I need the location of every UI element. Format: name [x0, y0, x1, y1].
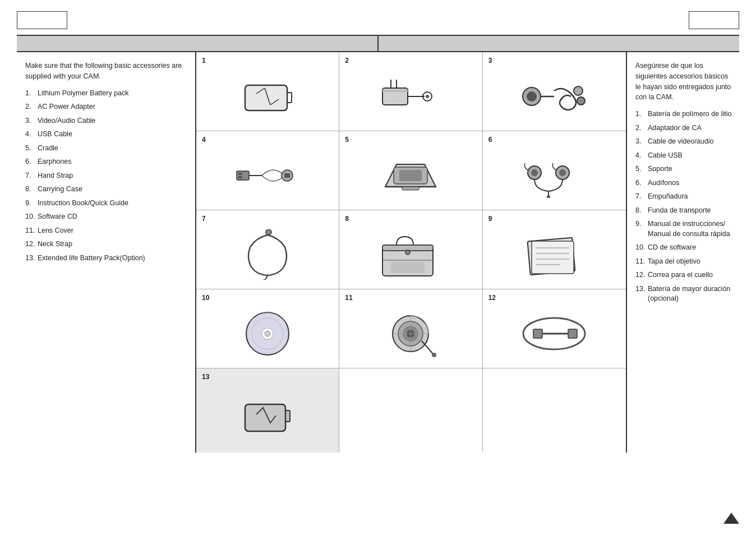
item-number: 8.: [25, 185, 38, 195]
item-number-es: 11.: [635, 257, 648, 267]
item-number-es: 7.: [635, 192, 648, 202]
list-item-es: 8.Funda de transporte: [635, 206, 734, 216]
grid-row-2: 4: [196, 131, 626, 210]
item-text: Extended life Battery Pack(Option): [38, 253, 145, 264]
svg-point-34: [266, 229, 271, 235]
item-number: 7.: [25, 171, 38, 181]
accessories-grid: 1: [196, 52, 626, 453]
list-item: 12.Neck Strap: [25, 239, 190, 250]
list-item-es: 13.Batería de mayor duración (opcional): [635, 284, 734, 304]
earphones-icon: [520, 153, 588, 198]
grid-cell-7: 7: [196, 210, 339, 289]
lens-cover-icon: [380, 310, 441, 358]
cell-num-1: 1: [202, 57, 206, 64]
list-item: 11.Lens Cover: [25, 226, 190, 236]
item-text: Lithium Polymer Battery pack: [38, 89, 129, 99]
svg-rect-25: [399, 170, 422, 181]
list-item: 2.AC Power Adapter: [25, 102, 190, 112]
cell-image-9: [488, 225, 620, 284]
grid-cell-12: 12: [483, 289, 626, 368]
grid-cell-empty-1: [339, 368, 482, 453]
list-item-es: 6.Audífonos: [635, 178, 734, 188]
svg-rect-20: [238, 176, 242, 178]
grid-cell-3: 3: [483, 52, 626, 131]
item-number-es: 10.: [635, 243, 648, 253]
cd-icon: [239, 308, 296, 359]
cell-num-12: 12: [488, 294, 496, 302]
ext-battery-icon: [239, 392, 296, 440]
svg-point-60: [432, 353, 436, 357]
list-item-es: 5.Soporte: [635, 164, 734, 174]
grid-cell-5: 5: [339, 131, 482, 210]
list-item-es: 12.Correa para el cuello: [635, 270, 734, 280]
list-item-es: 4.Cable USB: [635, 151, 734, 161]
list-item: 4.USB Cable: [25, 130, 190, 140]
cell-image-8: [345, 225, 476, 284]
center-panel: 1: [196, 52, 627, 453]
item-text-es: Adaptador de CA: [648, 123, 702, 133]
intro-text-en: Make sure that the following basic acces…: [25, 61, 190, 82]
item-number-es: 3.: [635, 137, 648, 147]
item-number: 9.: [25, 199, 38, 209]
grid-row-1: 1: [196, 52, 626, 131]
item-number-es: 9.: [635, 219, 648, 239]
cell-num-6: 6: [488, 136, 492, 144]
cell-num-2: 2: [345, 57, 349, 64]
cell-image-4: [202, 146, 333, 205]
grid-row-4: 10 11: [196, 289, 626, 368]
list-item-es: 10.CD de software: [635, 243, 734, 253]
list-item: 1.Lithium Polymer Battery pack: [25, 89, 190, 99]
svg-point-33: [547, 195, 550, 198]
grid-cell-9: 9: [483, 210, 626, 289]
svg-point-14: [527, 91, 537, 102]
svg-rect-67: [246, 405, 284, 430]
list-item-es: 7.Empuñadura: [635, 192, 734, 202]
grid-cell-2: 2: [339, 52, 482, 131]
list-item-es: 3.Cable de video/audio: [635, 137, 734, 147]
cell-num-5: 5: [345, 136, 349, 144]
item-number: 5.: [25, 144, 38, 154]
item-text-es: Cable USB: [648, 151, 683, 161]
item-number: 11.: [25, 226, 38, 236]
list-item-es: 9.Manual de instrucciones/ Manual de con…: [635, 219, 734, 239]
grid-cell-11: 11: [339, 289, 482, 368]
svg-rect-2: [246, 86, 286, 109]
list-item-es: 1.Batería de polímero de litio: [635, 109, 734, 119]
item-number: 1.: [25, 89, 38, 99]
usb-cable-icon: [234, 153, 301, 198]
item-text-es: Cable de video/audio: [648, 137, 713, 147]
battery-icon: [239, 74, 296, 119]
item-text-es: Correa para el cuello: [648, 270, 713, 280]
item-text-es: Funda de transporte: [648, 206, 711, 216]
grid-row-5: 13: [196, 368, 626, 453]
list-item: 8.Carrying Case: [25, 185, 190, 195]
section-header-en: [17, 36, 379, 51]
grid-row-3: 7 8: [196, 210, 626, 289]
svg-rect-18: [237, 171, 249, 180]
svg-point-51: [265, 331, 270, 336]
svg-point-17: [577, 97, 585, 105]
svg-point-16: [574, 86, 583, 95]
item-text: Carrying Case: [38, 185, 82, 195]
item-text: Hand Strap: [38, 171, 73, 181]
grid-cell-4: 4: [196, 131, 339, 210]
grid-cell-1: 1: [196, 52, 339, 131]
list-item: 10.Software CD: [25, 212, 190, 222]
svg-line-59: [422, 341, 433, 354]
top-box-left: [17, 11, 67, 29]
svg-point-9: [426, 95, 429, 98]
grid-cell-empty-2: [483, 368, 626, 453]
item-number: 3.: [25, 116, 38, 126]
cell-image-2: [345, 67, 476, 126]
item-number-es: 12.: [635, 270, 648, 280]
cell-image-13: [202, 383, 333, 448]
item-number-es: 13.: [635, 284, 648, 304]
cell-image-5: [345, 146, 476, 205]
top-boxes: [17, 11, 739, 29]
cell-num-10: 10: [202, 294, 209, 302]
item-text: Video/Audio Cable: [38, 116, 95, 126]
up-arrow-button[interactable]: [723, 513, 739, 524]
list-item-es: 2.Adaptador de CA: [635, 123, 734, 133]
intro-text-es: Asegúrese de que los siguientes accesori…: [635, 61, 734, 103]
grid-cell-10: 10: [196, 289, 339, 368]
